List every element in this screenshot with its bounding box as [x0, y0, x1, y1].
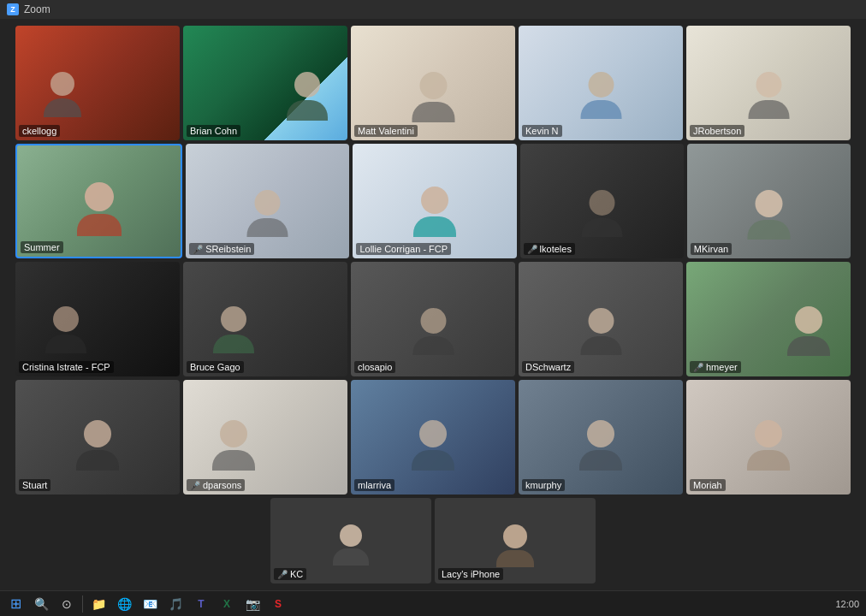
name-matt: Matt Valentini — [358, 126, 414, 136]
app-title: Zoom — [24, 3, 50, 15]
video-cell-hmeyer[interactable]: 🎤 hmeyer — [686, 262, 851, 376]
name-closapio: closapio — [358, 362, 392, 372]
name-ckellogg: ckellogg — [22, 126, 56, 136]
teams-button[interactable]: T — [189, 593, 213, 615]
empty-slot-1 — [106, 498, 267, 583]
camera-button[interactable]: 📷 — [240, 593, 264, 615]
music-button[interactable]: 🎵 — [163, 593, 187, 615]
name-cristina: Cristina Istrate - FCP — [22, 362, 110, 372]
name-dparsons: dparsons — [203, 480, 241, 490]
name-lollie: Lollie Corrigan - FCP — [359, 244, 448, 254]
taskbar: ⊞ 🔍 ⊙ 📁 🌐 📧 🎵 T X 📷 S 12:00 — [0, 590, 866, 616]
name-mlarriva: mlarriva — [358, 480, 391, 490]
video-cell-dschwartz[interactable]: DSchwartz — [519, 262, 683, 376]
mic-off-hmeyer: 🎤 — [693, 363, 703, 372]
label-ikoteles: 🎤 lkoteles — [524, 243, 575, 255]
taskbar-right: 12:00 — [835, 599, 863, 609]
search-button[interactable]: 🔍 — [29, 593, 53, 615]
name-moriah: Moriah — [693, 480, 722, 490]
video-cell-brian[interactable]: Brian Cohn — [183, 26, 347, 140]
name-brian: Brian Cohn — [190, 126, 237, 136]
browser-button[interactable]: 🌐 — [112, 593, 136, 615]
video-cell-jrobertson[interactable]: JRobertson — [686, 26, 851, 140]
label-moriah: Moriah — [690, 479, 726, 491]
label-kmurphy: kmurphy — [522, 479, 565, 491]
name-jrobertson: JRobertson — [693, 126, 741, 136]
name-stuart: Stuart — [22, 480, 47, 490]
name-hmeyer: hmeyer — [706, 362, 738, 372]
label-dparsons: 🎤 dparsons — [187, 479, 245, 491]
video-grid: ckellogg Brian Cohn Matt Val — [0, 19, 866, 590]
name-ikoteles: lkoteles — [540, 244, 572, 254]
video-cell-kmurphy[interactable]: kmurphy — [519, 380, 683, 495]
name-summer: Summer — [24, 242, 60, 252]
name-kevin: Kevin N — [525, 126, 559, 136]
label-jrobertson: JRobertson — [690, 125, 744, 137]
mic-off-dparsons: 🎤 — [190, 481, 200, 490]
label-cristina: Cristina Istrate - FCP — [19, 361, 114, 373]
label-closapio: closapio — [354, 361, 395, 373]
video-cell-closapio[interactable]: closapio — [351, 262, 515, 376]
label-lollie: Lollie Corrigan - FCP — [356, 243, 451, 255]
mail-button[interactable]: 📧 — [138, 593, 162, 615]
file-explorer-button[interactable]: 📁 — [86, 593, 110, 615]
video-cell-ikoteles[interactable]: 🎤 lkoteles — [520, 144, 684, 258]
name-kc: KC — [290, 569, 303, 579]
name-dschwartz: DSchwartz — [525, 362, 571, 372]
label-stuart: Stuart — [19, 479, 50, 491]
label-matt: Matt Valentini — [354, 125, 418, 137]
taskbar-time: 12:00 — [835, 599, 859, 609]
video-cell-kevin[interactable]: Kevin N — [519, 26, 683, 140]
label-hmeyer: 🎤 hmeyer — [690, 361, 741, 373]
taskbar-separator-1 — [82, 595, 83, 613]
label-mlarriva: mlarriva — [354, 479, 394, 491]
video-row-4: Stuart 🎤 dparsons m — [15, 380, 851, 495]
video-cell-kc[interactable]: 🎤 KC — [270, 498, 431, 583]
start-button[interactable]: ⊞ — [3, 593, 27, 615]
video-row-1: ckellogg Brian Cohn Matt Val — [15, 26, 851, 140]
label-kevin: Kevin N — [522, 125, 562, 137]
mic-off-ikoteles: 🎤 — [527, 245, 537, 254]
name-kmurphy: kmurphy — [525, 480, 561, 490]
label-mkirvan: MKirvan — [691, 243, 732, 255]
video-cell-cristina[interactable]: Cristina Istrate - FCP — [15, 262, 180, 376]
video-cell-mlarriva[interactable]: mlarriva — [351, 380, 515, 495]
video-cell-moriah[interactable]: Moriah — [686, 380, 851, 495]
video-cell-lollie[interactable]: Lollie Corrigan - FCP — [353, 144, 516, 258]
video-cell-bruce[interactable]: Bruce Gago — [183, 262, 347, 376]
video-cell-matt[interactable]: Matt Valentini — [351, 26, 515, 140]
empty-slot-2 — [599, 498, 760, 583]
task-view-button[interactable]: ⊙ — [55, 593, 79, 615]
name-bruce: Bruce Gago — [190, 362, 240, 372]
video-cell-stuart[interactable]: Stuart — [15, 380, 180, 495]
label-kc: 🎤 KC — [274, 568, 306, 580]
name-mkirvan: MKirvan — [694, 244, 728, 254]
skype-button[interactable]: S — [266, 593, 290, 615]
video-cell-sreibstein[interactable]: 🎤 SReibstein — [186, 144, 349, 258]
video-cell-dparsons[interactable]: 🎤 dparsons — [183, 380, 347, 495]
label-bruce: Bruce Gago — [187, 361, 244, 373]
video-row-3: Cristina Istrate - FCP Bruce Gago — [15, 262, 851, 376]
video-row-2: Summer 🎤 SReibstein — [15, 144, 851, 258]
mic-off-kc: 🎤 — [277, 570, 288, 579]
label-lacy: Lacy's iPhone — [438, 568, 503, 580]
video-cell-ckellogg[interactable]: ckellogg — [15, 26, 180, 140]
video-cell-summer[interactable]: Summer — [15, 144, 182, 258]
mic-off-sreibstein: 🎤 — [193, 245, 203, 254]
video-cell-mkirvan[interactable]: MKirvan — [687, 144, 851, 258]
video-cell-lacy[interactable]: Lacy's iPhone — [435, 498, 596, 583]
excel-button[interactable]: X — [215, 593, 239, 615]
name-sreibstein: SReibstein — [205, 244, 251, 254]
title-bar: Z Zoom — [0, 0, 866, 19]
label-sreibstein: 🎤 SReibstein — [189, 243, 254, 255]
app-icon: Z — [7, 3, 19, 15]
label-dschwartz: DSchwartz — [522, 361, 574, 373]
name-lacy: Lacy's iPhone — [442, 569, 500, 579]
label-ckellogg: ckellogg — [19, 125, 60, 137]
label-summer: Summer — [21, 241, 63, 253]
label-brian: Brian Cohn — [187, 125, 240, 137]
video-row-5: 🎤 KC Lacy's iPhone — [15, 498, 851, 583]
